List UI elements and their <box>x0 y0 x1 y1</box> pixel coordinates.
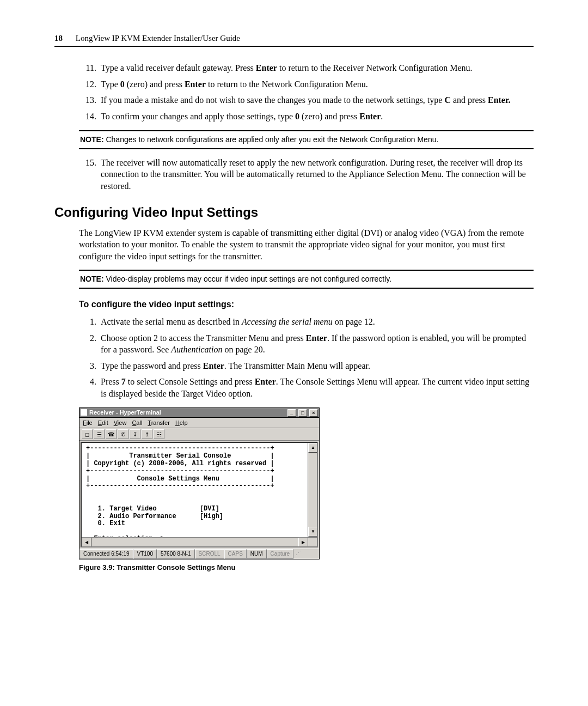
open-doc-icon[interactable]: ☰ <box>94 429 105 439</box>
status-emulation: VT100 <box>133 549 157 559</box>
note-label: NOTE: <box>80 275 104 283</box>
menu-transfer[interactable]: Transfer <box>148 419 170 427</box>
step-12: Type 0 (zero) and press Enter to return … <box>99 78 534 90</box>
maximize-button[interactable]: □ <box>298 409 307 417</box>
send-icon[interactable]: ↧ <box>130 429 140 439</box>
menu-help[interactable]: Help <box>175 419 188 427</box>
disconnect-icon[interactable]: ✆ <box>118 429 128 439</box>
status-connected: Connected 6:54:19 <box>79 549 133 559</box>
grip-icon: ⋰ <box>293 549 302 559</box>
note-box-2: NOTE: Video-display problems may occur i… <box>79 270 534 289</box>
step-text: Type 0 (zero) and press Enter to return … <box>101 80 368 89</box>
statusbar: Connected 6:54:19 VT100 57600 8-N-1 SCRO… <box>79 549 319 559</box>
note-label: NOTE: <box>80 135 104 144</box>
connect-icon[interactable]: ☎ <box>106 429 117 439</box>
figure-caption: Figure 3.9: Transmitter Console Settings… <box>79 563 534 573</box>
menu-edit[interactable]: Edit <box>98 419 108 427</box>
terminal-output[interactable]: +---------------------------------------… <box>81 442 318 547</box>
step-14: To confirm your changes and apply those … <box>99 111 534 123</box>
page-body: Type a valid receiver default gateway. P… <box>54 62 534 572</box>
step-3: Type the password and press Enter. The T… <box>99 360 534 372</box>
step-1: Activate the serial menu as described in… <box>99 316 534 328</box>
scroll-down-icon[interactable]: ▼ <box>308 527 318 537</box>
receive-icon[interactable]: ↥ <box>142 429 152 439</box>
status-capture: Capture <box>267 549 294 559</box>
new-doc-icon[interactable]: ◻ <box>82 429 93 439</box>
vertical-scrollbar[interactable]: ▲ ▼ <box>308 443 317 537</box>
menu-file[interactable]: File <box>83 419 93 427</box>
window-title: Receiver - HyperTerminal <box>89 409 161 417</box>
step-text: Type a valid receiver default gateway. P… <box>101 63 473 72</box>
doc-title: LongView IP KVM Extender Installer/User … <box>76 34 240 42</box>
section-heading: Configuring Video Input Settings <box>54 204 534 221</box>
menubar: File Edit View Call Transfer Help <box>79 418 319 429</box>
terminal-text: +---------------------------------------… <box>82 443 317 545</box>
step-text: Choose option 2 to access the Transmitte… <box>101 333 526 355</box>
note-box-1: NOTE: Changes to network configurations … <box>79 130 534 149</box>
step-2: Choose option 2 to access the Transmitte… <box>99 332 534 356</box>
step-4: Press 7 to select Console Settings and p… <box>99 376 534 399</box>
steps-list-3: Activate the serial menu as described in… <box>79 316 534 400</box>
status-settings: 57600 8-N-1 <box>157 549 195 559</box>
app-icon <box>81 409 87 416</box>
scroll-right-icon[interactable]: ▶ <box>298 538 308 547</box>
step-11: Type a valid receiver default gateway. P… <box>99 62 534 74</box>
menu-call[interactable]: Call <box>132 419 142 427</box>
properties-icon[interactable]: ☷ <box>154 429 164 439</box>
page-number: 18 <box>54 34 63 42</box>
titlebar[interactable]: Receiver - HyperTerminal _ □ × <box>79 408 319 418</box>
step-text: Activate the serial menu as described in… <box>101 317 375 326</box>
menu-view[interactable]: View <box>114 419 127 427</box>
scroll-up-icon[interactable]: ▲ <box>308 443 318 453</box>
status-num: NUM <box>247 549 267 559</box>
section-intro: The LongView IP KVM extender system is c… <box>79 227 534 263</box>
note-text: Changes to network configurations are ap… <box>106 135 438 144</box>
step-text: The receiver will now automatically rese… <box>101 158 526 191</box>
figure-3-9: Receiver - HyperTerminal _ □ × File Edit… <box>79 407 534 573</box>
step-text: Press 7 to select Console Settings and p… <box>101 377 529 398</box>
minimize-button[interactable]: _ <box>287 409 296 417</box>
toolbar: ◻ ☰ ☎ ✆ ↧ ↥ ☷ <box>79 428 319 441</box>
subheading: To configure the video input settings: <box>79 299 534 311</box>
step-text: To confirm your changes and apply those … <box>101 112 383 121</box>
steps-list-2: The receiver will now automatically rese… <box>79 157 534 192</box>
step-15: The receiver will now automatically rese… <box>99 157 534 192</box>
page-header: 18 LongView IP KVM Extender Installer/Us… <box>54 33 534 47</box>
step-text: If you made a mistake and do not wish to… <box>101 95 511 105</box>
step-13: If you made a mistake and do not wish to… <box>99 94 534 106</box>
note-text: Video-display problems may occur if vide… <box>106 275 391 283</box>
resize-grip[interactable] <box>308 537 317 546</box>
step-text: Type the password and press Enter. The T… <box>101 361 370 370</box>
horizontal-scrollbar[interactable]: ◀ ▶ <box>82 537 308 546</box>
scroll-left-icon[interactable]: ◀ <box>82 538 91 547</box>
status-scroll: SCROLL <box>195 549 224 559</box>
close-button[interactable]: × <box>309 409 318 417</box>
status-caps: CAPS <box>224 549 247 559</box>
hyperterminal-window: Receiver - HyperTerminal _ □ × File Edit… <box>79 407 320 559</box>
steps-list-1: Type a valid receiver default gateway. P… <box>79 62 534 122</box>
